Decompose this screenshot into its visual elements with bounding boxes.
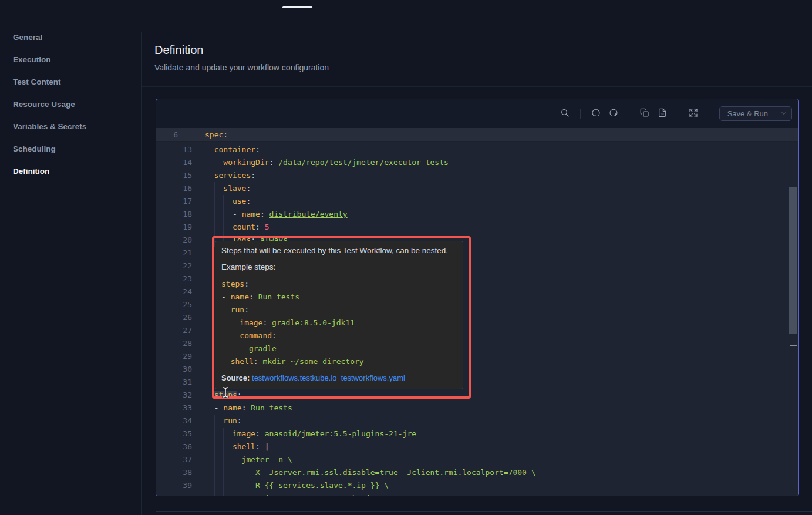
page-subtitle: Validate and update your workflow config… <box>154 63 329 72</box>
code-line-17[interactable]: 17 use: <box>156 195 798 208</box>
save-and-run-caret-button[interactable] <box>776 107 791 120</box>
tooltip-example-label: Example steps: <box>221 262 457 271</box>
code-text: run: <box>205 415 242 428</box>
hover-tooltip: Steps that will be executed by this Test… <box>215 241 463 389</box>
sticky-code: spec: <box>205 128 228 142</box>
document-icon <box>658 108 667 119</box>
paste-document-button[interactable] <box>655 106 670 122</box>
sidebar-item-resource-usage[interactable]: Resource Usage <box>0 93 141 116</box>
code-line-34[interactable]: 34 run: <box>156 415 798 428</box>
undo-button[interactable] <box>588 106 604 122</box>
line-number: 24 <box>156 285 192 298</box>
code-text: use: <box>205 195 251 208</box>
tooltip-code-line: - gradle <box>221 342 457 355</box>
line-number: 22 <box>156 260 192 272</box>
code-line-19[interactable]: 19 count: 5 <box>156 221 798 234</box>
sidebar-item-definition[interactable]: Definition <box>0 160 141 183</box>
active-tab-indicator <box>282 6 312 8</box>
scrollbar-decoration <box>790 345 797 346</box>
editor-toolbar: Save & Run <box>156 99 798 128</box>
toolbar-divider <box>629 109 629 119</box>
code-text: steps: <box>205 389 242 402</box>
sticky-line-number: 6 <box>156 128 178 142</box>
code-line-16[interactable]: 16 slave: <box>156 182 798 195</box>
chevron-down-icon <box>780 109 787 119</box>
line-number: 21 <box>156 247 192 260</box>
search-button[interactable] <box>557 106 572 122</box>
header-divider <box>142 86 812 87</box>
code-text: shell: |- <box>205 440 274 453</box>
redo-button[interactable] <box>606 106 621 122</box>
line-number: 36 <box>156 440 192 453</box>
code-text: - name: distribute/evenly <box>205 208 348 221</box>
code-line-37[interactable]: 37 jmeter -n \ <box>156 453 798 466</box>
code-text: -X -Jserver.rmi.ssl.disable=true -Jclien… <box>205 466 536 479</box>
line-number: 15 <box>156 169 192 182</box>
code-line-13[interactable]: 13 container: <box>156 143 798 156</box>
line-number: 31 <box>156 376 192 389</box>
sticky-line[interactable]: 6 spec: <box>156 128 798 142</box>
redo-icon <box>609 108 618 119</box>
fullscreen-button[interactable] <box>686 106 701 122</box>
next-section-divider <box>156 511 812 512</box>
code-line-14[interactable]: 14 workingDir: /data/repo/test/jmeter/ex… <box>156 156 798 169</box>
line-number: 20 <box>156 234 192 247</box>
code-line-40[interactable]: 40 -t jmeter-executor-smoke.jmx <box>156 492 798 496</box>
tooltip-code-line: - name: Run tests <box>221 291 457 304</box>
sidebar-divider <box>141 32 142 515</box>
code-line-15[interactable]: 15 services: <box>156 169 798 182</box>
tooltip-source-line: Source: testworkflows.testkube.io_testwo… <box>221 373 457 382</box>
code-text: workingDir: /data/repo/test/jmeter/execu… <box>205 156 449 169</box>
search-icon <box>560 108 570 119</box>
sidebar-item-test-content[interactable]: Test Content <box>0 71 141 93</box>
sidebar-item-general[interactable]: General <box>0 26 141 49</box>
save-and-run-button-group: Save & Run <box>719 106 792 121</box>
sidebar-item-variables-secrets[interactable]: Variables & Secrets <box>0 116 141 138</box>
line-number: 35 <box>156 428 192 440</box>
line-number: 19 <box>156 221 192 234</box>
indent-guide <box>223 195 224 247</box>
code-line-39[interactable]: 39 -R {{ services.slave.*.ip }} \ <box>156 479 798 492</box>
line-number: 39 <box>156 479 192 492</box>
undo-icon <box>591 108 601 119</box>
tooltip-title: Steps that will be executed by this Test… <box>221 246 457 255</box>
line-number: 28 <box>156 337 192 350</box>
page-title: Definition <box>154 43 203 57</box>
save-and-run-button[interactable]: Save & Run <box>720 107 776 120</box>
editor-scrollbar-thumb[interactable] <box>789 187 797 334</box>
code-text: jmeter -n \ <box>205 453 292 466</box>
tooltip-source-label: Source: <box>221 373 250 382</box>
indent-guide <box>205 143 205 496</box>
code-line-32[interactable]: 32 steps: <box>156 389 798 402</box>
copy-button[interactable] <box>637 106 652 122</box>
toolbar-divider <box>709 109 709 119</box>
line-number: 14 <box>156 156 192 169</box>
line-number: 27 <box>156 324 192 337</box>
line-number: 38 <box>156 466 192 479</box>
line-number: 23 <box>156 272 192 285</box>
line-number: 30 <box>156 363 192 376</box>
line-number: 32 <box>156 389 192 402</box>
sidebar-item-scheduling[interactable]: Scheduling <box>0 138 141 160</box>
line-number: 40 <box>156 492 192 496</box>
line-number: 18 <box>156 208 192 221</box>
line-number: 25 <box>156 298 192 311</box>
tooltip-source-link[interactable]: testworkflows.testkube.io_testworkflows.… <box>252 373 405 382</box>
code-line-33[interactable]: 33 - name: Run tests <box>156 402 798 415</box>
toolbar-divider <box>678 109 678 119</box>
code-text: - name: Run tests <box>205 402 292 415</box>
tooltip-code-line: - shell: mkdir ~/some-directory <box>221 355 457 368</box>
sidebar-item-execution[interactable]: Execution <box>0 49 141 71</box>
sidebar-nav: GeneralExecutionTest ContentResource Usa… <box>0 26 141 183</box>
line-number: 29 <box>156 350 192 363</box>
code-line-18[interactable]: 18 - name: distribute/evenly <box>156 208 798 221</box>
line-number: 33 <box>156 402 192 415</box>
code-text: services: <box>205 169 255 182</box>
code-line-36[interactable]: 36 shell: |- <box>156 440 798 453</box>
indent-guide <box>214 415 215 496</box>
code-line-38[interactable]: 38 -X -Jserver.rmi.ssl.disable=true -Jcl… <box>156 466 798 479</box>
line-number: 13 <box>156 143 192 156</box>
code-text: image: anasoid/jmeter:5.5-plugins-21-jre <box>205 428 416 440</box>
code-line-35[interactable]: 35 image: anasoid/jmeter:5.5-plugins-21-… <box>156 428 798 440</box>
fullscreen-icon <box>689 108 698 119</box>
